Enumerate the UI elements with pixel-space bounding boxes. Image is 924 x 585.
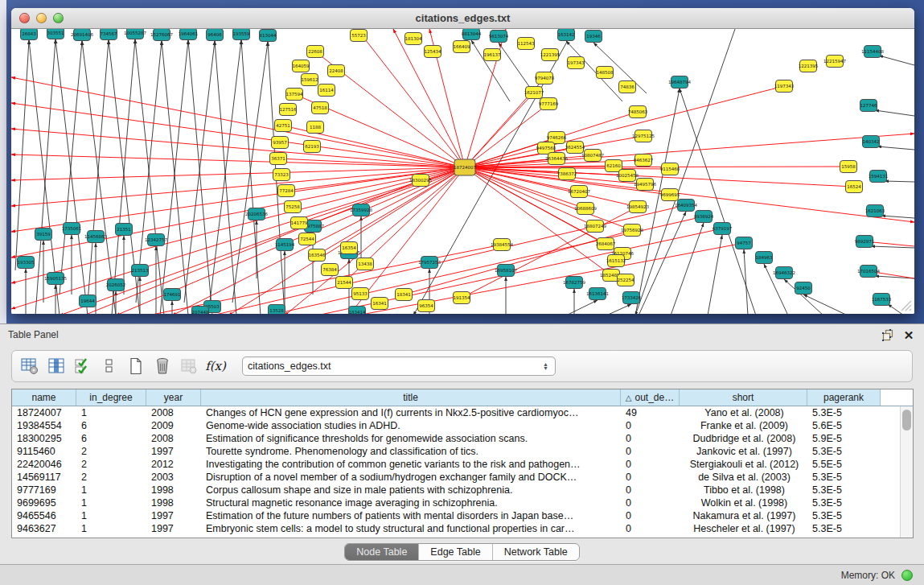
graph-node-1188[interactable]: 1188 — [307, 122, 324, 134]
graph-node-22408[interactable]: 22408 — [328, 65, 345, 77]
graph-node-62193[interactable]: 62193 — [304, 141, 321, 153]
table-scrollbar[interactable] — [900, 406, 913, 538]
graph-node-17016504[interactable]: 17016504 — [857, 266, 880, 278]
table-settings-icon[interactable] — [18, 355, 41, 377]
graph-node-734567[interactable]: 734567 — [101, 29, 117, 40]
table-row[interactable]: 1456911722003Disruption of a novel membe… — [12, 471, 913, 484]
graph-node-16136141[interactable]: 16136141 — [586, 288, 609, 300]
citation-edge-red[interactable] — [11, 103, 465, 167]
graph-node-11456863[interactable]: 11456863 — [84, 231, 107, 243]
graph-node-140342[interactable]: 140342 — [863, 136, 880, 148]
scrollbar-thumb[interactable] — [902, 410, 911, 431]
graph-node-2026052[interactable]: 2026052 — [106, 279, 126, 291]
graph-node-9813074[interactable]: 9813074 — [489, 31, 509, 43]
new-table-icon[interactable] — [125, 355, 147, 377]
citation-edge-red[interactable] — [11, 167, 465, 180]
column-header-name[interactable]: name — [12, 389, 76, 406]
graph-node-16341[interactable]: 16341 — [372, 298, 388, 310]
graph-node-813044[interactable]: 813044 — [260, 30, 277, 42]
graph-node-8938924[interactable]: 8938924 — [694, 211, 714, 223]
graph-node-197343[interactable]: 197343 — [568, 57, 585, 69]
column-header-title[interactable]: title — [201, 389, 621, 406]
graph-node-9115460[interactable]: 9115460 — [660, 163, 680, 175]
graph-node-95133[interactable]: 95133 — [352, 288, 369, 300]
graph-node-22608[interactable]: 22608 — [307, 46, 324, 58]
graph-node-92450[interactable]: 92450 — [795, 282, 812, 295]
citation-edge-red[interactable] — [11, 167, 465, 309]
graph-node-174691[interactable]: 174691 — [164, 289, 181, 301]
graph-node-55723[interactable]: 55723 — [351, 30, 368, 42]
graph-node-1145194[interactable]: 1145194 — [275, 239, 295, 251]
graph-node-18300295[interactable]: 18300295 — [409, 175, 432, 187]
graph-node-16409354[interactable]: 16409354 — [675, 200, 697, 212]
graph-node-141779[interactable]: 141779 — [291, 217, 308, 229]
graph-node-213513[interactable]: 213513 — [132, 265, 149, 277]
citation-edge-red[interactable] — [465, 104, 548, 167]
column-header-pagerank[interactable]: pagerank — [807, 389, 881, 406]
citation-edge-black[interactable] — [60, 41, 82, 295]
float-window-icon[interactable] — [881, 328, 895, 342]
graph-node-252254[interactable]: 252254 — [618, 274, 634, 286]
graph-node-17359928[interactable]: 17359928 — [350, 204, 372, 216]
graph-node-127516[interactable]: 127516 — [280, 104, 297, 116]
graph-node-42751[interactable]: 42751 — [275, 120, 292, 132]
citation-edge-black[interactable] — [215, 41, 236, 314]
table-row[interactable]: 911546021997Tourette syndrome. Phenomeno… — [12, 445, 913, 458]
column-header-in_degree[interactable]: in_degree — [76, 389, 146, 406]
graph-node-96354[interactable]: 96354 — [418, 300, 435, 312]
citation-edge-black[interactable] — [566, 41, 622, 101]
citation-edge-black[interactable] — [671, 223, 704, 314]
graph-node-26843[interactable]: 26843 — [21, 29, 38, 40]
graph-node-8813044[interactable]: 8813044 — [462, 29, 482, 40]
graph-node-207448[interactable]: 207448 — [192, 307, 209, 315]
citation-edge-black[interactable] — [879, 56, 914, 65]
citation-edge-red[interactable] — [11, 154, 465, 167]
citation-edge-black[interactable] — [241, 40, 261, 314]
column-header-out_de[interactable]: △out_de… — [621, 389, 680, 406]
graph-node-12975125[interactable]: 12975125 — [632, 130, 655, 142]
graph-node-9699695[interactable]: 9699695 — [660, 189, 680, 201]
graph-node-47518[interactable]: 47518 — [312, 102, 329, 114]
graph-node-1221395[interactable]: 1221395 — [799, 60, 819, 72]
citation-edge-black[interactable] — [606, 304, 631, 314]
unselect-rows-icon[interactable] — [98, 355, 121, 377]
graph-node-17957253[interactable]: 17957253 — [418, 257, 441, 269]
function-builder-icon[interactable]: f(x) — [204, 355, 227, 377]
column-header-year[interactable]: year — [146, 389, 201, 406]
graph-node-19854923[interactable]: 19854923 — [626, 201, 649, 213]
graph-node-10055287[interactable]: 10055287 — [124, 29, 146, 39]
table-row[interactable]: 1938455462009Genome-wide association stu… — [12, 419, 913, 432]
graph-node-72544[interactable]: 72544 — [299, 233, 316, 245]
citation-edge-black[interactable] — [871, 246, 914, 248]
graph-node-21351[interactable]: 21351 — [116, 224, 133, 236]
graph-node-18807249[interactable]: 18807249 — [584, 220, 606, 233]
graph-node-16946322[interactable]: 16946322 — [773, 267, 795, 279]
graph-node-36371[interactable]: 36371 — [270, 153, 287, 165]
graph-node-183414[interactable]: 183414 — [349, 307, 366, 315]
tab-node-table[interactable]: Node Table — [345, 544, 419, 560]
graph-node-164059[interactable]: 164059 — [293, 60, 310, 72]
graph-node-18724007[interactable]: 18724007 — [454, 159, 476, 175]
graph-node-18341[interactable]: 18341 — [396, 289, 413, 301]
graph-node-159612[interactable]: 159612 — [302, 74, 318, 86]
citation-edge-red[interactable] — [11, 167, 465, 257]
graph-node-93957[interactable]: 93957 — [272, 137, 289, 149]
select-all-rows-icon[interactable] — [72, 355, 94, 377]
minimize-window-icon[interactable] — [36, 13, 47, 23]
graph-node-19756928[interactable]: 19756928 — [621, 225, 643, 237]
graph-node-19384554[interactable]: 19384554 — [491, 239, 513, 251]
table-row[interactable]: 946362711997Embryonic stem cells: a mode… — [12, 522, 913, 535]
graph-node-196137[interactable]: 196137 — [484, 49, 501, 61]
table-row[interactable]: 1830029562008Estimation of significance … — [12, 432, 913, 445]
tab-edge-table[interactable]: Edge Table — [419, 544, 492, 560]
citation-edge-black[interactable] — [188, 40, 212, 314]
graph-node-1964061[interactable]: 1964061 — [179, 29, 199, 40]
graph-node-2684067[interactable]: 2684067 — [596, 238, 616, 250]
citation-edge-black[interactable] — [635, 29, 735, 314]
citation-edge-black[interactable] — [566, 300, 598, 314]
graph-node-193559[interactable]: 193559 — [233, 29, 250, 40]
graph-node-10025458[interactable]: 10025458 — [616, 170, 639, 182]
graph-node-1621077[interactable]: 1621077 — [524, 87, 544, 99]
graph-node-19346[interactable]: 19346 — [585, 31, 602, 43]
graph-node-11154408[interactable]: 11154408 — [861, 46, 884, 58]
